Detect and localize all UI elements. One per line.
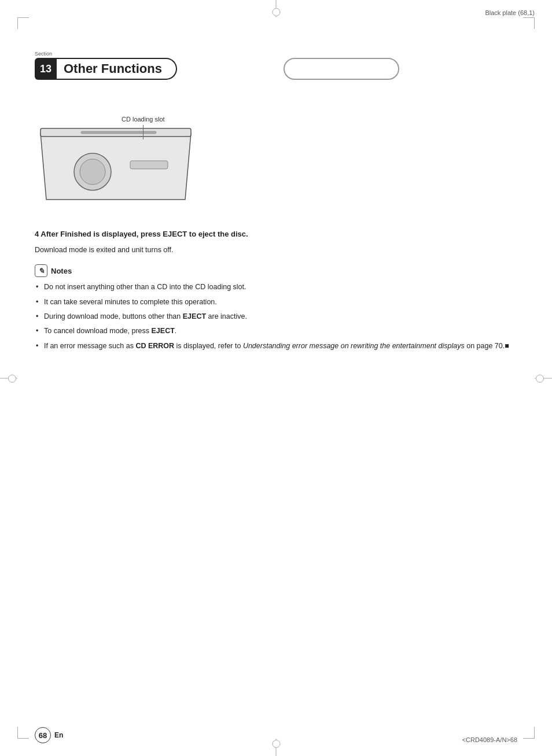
footer-left: 68 En	[35, 727, 63, 743]
corner-mark-bl	[17, 727, 29, 739]
section-header: 13 Other Functions	[35, 58, 177, 80]
note-item-2: It can take several minutes to complete …	[35, 297, 517, 308]
note-item-1: Do not insert anything other than a CD i…	[35, 282, 517, 293]
corner-mark-tl	[17, 17, 29, 29]
svg-rect-4	[130, 161, 168, 169]
step4-heading: 4 After Finished is displayed, press EJE…	[35, 228, 517, 240]
note-item-4: To cancel download mode, press EJECT.	[35, 326, 517, 337]
corner-mark-br	[523, 727, 535, 739]
notes-header: ✎ Notes	[35, 264, 517, 277]
cd-error-bold: CD ERROR	[135, 342, 174, 350]
page: Black plate (68,1) Section 13 Other Func…	[0, 0, 552, 756]
cd-label-connector-line	[143, 125, 143, 139]
corner-mark-tr	[523, 17, 535, 29]
section-label: Section	[35, 51, 52, 57]
note-text-1: Do not insert anything other than a CD i…	[44, 283, 246, 291]
note-text-5: If an error message such as CD ERROR is …	[44, 342, 509, 350]
note-text-3: During download mode, buttons other than…	[44, 312, 247, 320]
eject-bold-1: EJECT	[183, 312, 206, 320]
section-number: 13	[35, 58, 57, 80]
footer-code: <CRD4089-A/N>68	[462, 736, 517, 743]
svg-point-3	[80, 159, 105, 185]
center-mark-bottom	[276, 739, 277, 756]
note-text-4: To cancel download mode, press EJECT.	[44, 327, 176, 335]
page-number-circle: 68	[35, 727, 51, 743]
note-item-5: If an error message such as CD ERROR is …	[35, 341, 517, 352]
center-mark-right	[535, 378, 552, 378]
eject-bold-2: EJECT	[152, 327, 175, 335]
footer-lang: En	[54, 731, 63, 739]
header-plate-info: Black plate (68,1)	[485, 9, 535, 16]
cd-illustration: CD loading slot	[35, 116, 220, 211]
notes-pencil-icon: ✎	[35, 264, 47, 277]
center-mark-top	[276, 0, 277, 17]
cd-loading-slot-label-group: CD loading slot	[122, 116, 165, 139]
notes-title: Notes	[51, 267, 72, 275]
notes-box: ✎ Notes Do not insert anything other tha…	[35, 264, 517, 352]
section-title: Other Functions	[57, 58, 177, 80]
cd-device-svg	[35, 116, 197, 211]
content-area: CD loading slot	[35, 98, 517, 355]
understanding-error-italic: Understanding error message on rewriting…	[243, 342, 465, 350]
notes-list: Do not insert anything other than a CD i…	[35, 282, 517, 352]
step4-body: Download mode is exited and unit turns o…	[35, 245, 517, 256]
cd-loading-slot-label: CD loading slot	[122, 116, 165, 123]
section-pill-right	[284, 58, 399, 80]
note-text-2: It can take several minutes to complete …	[44, 298, 217, 306]
note-item-3: During download mode, buttons other than…	[35, 311, 517, 322]
center-mark-left	[0, 378, 17, 378]
